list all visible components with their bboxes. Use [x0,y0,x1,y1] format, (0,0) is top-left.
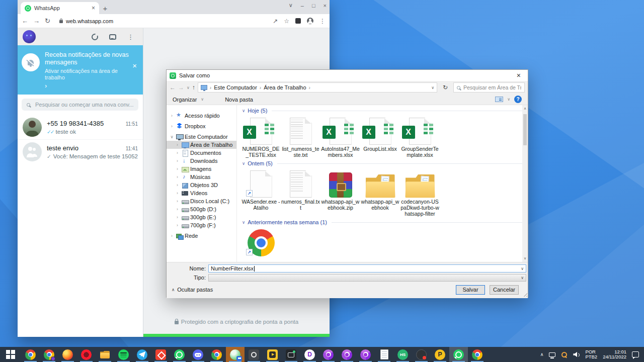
chat-list-item[interactable]: teste envio11:41✓Você: Mensagem de teste… [18,139,143,164]
organize-button[interactable]: Organizar [173,97,197,103]
scroll-up-icon[interactable]: ∧ [524,105,526,112]
file-item[interactable]: whatsapp-api_webhook.zip [320,167,360,211]
new-tab-button[interactable]: + [99,2,111,14]
media-studio-app[interactable] [263,347,282,362]
tree-item-acesso-r-pido[interactable]: ›Acesso rápido [167,112,236,120]
dialog-close-icon[interactable]: × [513,71,525,79]
file-group-header[interactable]: ∨Ontem (5) [242,160,523,166]
breadcrumb[interactable]: › Este Computador › Área de Trabalho › ∨ [198,82,437,93]
browser-menu-icon[interactable]: ⋮ [319,18,326,25]
dialog-search-input[interactable]: Pesquisar em Área de Trabal... [453,82,525,93]
discord[interactable] [189,347,207,362]
tree-expander-icon[interactable]: ∨ [170,134,174,139]
start-button[interactable] [0,347,21,362]
cancel-button[interactable]: Cancelar [490,285,519,295]
chrome-3[interactable] [468,347,487,362]
minimize-icon[interactable]: – [301,3,304,9]
back-icon[interactable]: ← [22,17,28,25]
forward-icon[interactable]: → [33,17,40,25]
bookmark-star-icon[interactable]: ☆ [284,18,289,25]
breadcrumb-chevron-icon[interactable]: ∨ [431,85,434,90]
scroll-down-icon[interactable]: ∨ [524,255,526,262]
file-list-scrollbar[interactable]: ∧ ∨ [522,105,528,262]
view-mode-icon[interactable] [495,97,503,102]
tree-expander-icon[interactable]: › [175,191,180,196]
file-item[interactable]: XGroupSenderTemplate.xlsx [400,115,440,158]
tab-search-chevron-icon[interactable]: ∨ [289,2,293,9]
file-item[interactable]: whatsapp-api_webhook [360,167,400,211]
tree-item-objetos-3d[interactable]: ›Objetos 3D [167,181,236,189]
tree-item-300gb-e-[interactable]: ›300gb (E:) [167,213,236,221]
banner-close-icon[interactable]: × [132,61,137,70]
hs-app[interactable]: HS [393,347,412,362]
chrome-profile[interactable] [40,347,58,362]
maximize-icon[interactable]: □ [312,3,315,9]
file-item[interactable]: ↗WASender.exe - Atalho [241,167,281,211]
purple-browser-2[interactable] [338,347,356,362]
tree-expander-icon[interactable]: › [175,174,180,179]
file-item[interactable]: codecanyon-USpaDkwd-turbo-whatsapp-filte… [400,167,440,217]
tree-item-700gb-f-[interactable]: ›700gb (F:) [167,221,236,229]
spotify[interactable] [114,347,133,362]
tree-expander-icon[interactable]: › [175,223,180,228]
file-item[interactable]: XNUMEROS_DE_TESTE.xlsx [241,115,281,158]
tree-expander-icon[interactable]: › [175,142,180,147]
wasender-app[interactable] [226,347,245,362]
tree-item-imagens[interactable]: ›Imagens [167,165,236,173]
screen-recorder[interactable] [412,347,431,362]
camera-app[interactable] [245,347,263,362]
opera[interactable] [77,347,96,362]
tray-chevron-up-icon[interactable]: ∧ [540,352,544,357]
notepad[interactable] [375,347,393,362]
nav-back-icon[interactable]: ← [170,84,176,91]
breadcrumb-this-pc[interactable]: Este Computador [214,84,257,90]
scrollbar-thumb[interactable] [523,114,527,145]
filename-input[interactable]: NumberFilter.xlsx ∨ [208,264,526,273]
save-button[interactable]: Salvar [456,285,485,295]
tree-item-m-sicas[interactable]: ›Músicas [167,173,236,181]
tree-expander-icon[interactable]: › [175,150,180,155]
file-explorer[interactable] [96,347,114,362]
file-item[interactable]: list_numeros_teste.txt [281,115,320,158]
volume-icon[interactable] [573,352,580,357]
tree-item-disco-local-c-[interactable]: ›Disco Local (C:) [167,197,236,205]
tree-item-500gb-d-[interactable]: ›500gb (D:) [167,205,236,213]
telegram[interactable] [133,347,151,362]
tree-expander-icon[interactable]: › [170,233,174,238]
new-chat-icon[interactable] [109,34,116,40]
filetype-select[interactable]: ∨ [208,274,526,282]
tree-item-dropbox[interactable]: ›Dropbox [167,122,236,130]
breadcrumb-desktop[interactable]: Área de Trabalho [264,84,306,90]
dark-chat-app[interactable] [282,347,300,362]
search-tray-icon[interactable] [561,351,568,358]
language-indicator[interactable]: POR PTB2 [585,349,597,360]
network-icon[interactable] [549,352,555,357]
tree-expander-icon[interactable]: › [175,199,180,204]
nav-up-icon[interactable]: ↑ [192,84,195,91]
reload-icon[interactable]: ↻ [45,17,50,25]
side-panel-icon[interactable] [295,18,301,24]
tree-item-downloads[interactable]: ›Downloads [167,157,236,165]
share-icon[interactable]: ↗ [273,18,278,25]
tree-item-documentos[interactable]: ›Documentos [167,149,236,157]
chrome[interactable] [21,347,40,362]
anydesk[interactable] [151,347,170,362]
tab-whatsapp[interactable]: WhatsApp × [21,2,99,14]
status-icon[interactable] [92,34,98,40]
whatsapp[interactable] [170,347,189,362]
tree-item-v-deos[interactable]: ›Vídeos [167,189,236,197]
nav-history-chevron-icon[interactable]: ∨ [187,85,190,90]
menu-dots-icon[interactable]: ⋮ [127,33,134,41]
refresh-icon[interactable]: ↻ [440,84,451,91]
profile-avatar-icon[interactable] [307,18,313,24]
tree-item-este-computador[interactable]: ∨Este Computador [167,133,236,141]
filename-chevron-icon[interactable]: ∨ [521,266,524,271]
tree-expander-icon[interactable]: › [175,183,180,188]
p-app[interactable]: P [431,347,449,362]
tree-expander-icon[interactable]: › [175,158,180,163]
purple-d-app[interactable]: D [300,347,319,362]
tree-expander-icon[interactable]: › [175,207,180,212]
tree-expander-icon[interactable]: › [175,215,180,220]
chat-list-item[interactable]: +55 19 98341-438511:51✓✓teste ok [18,115,143,139]
nav-forward-icon[interactable]: → [178,84,184,91]
